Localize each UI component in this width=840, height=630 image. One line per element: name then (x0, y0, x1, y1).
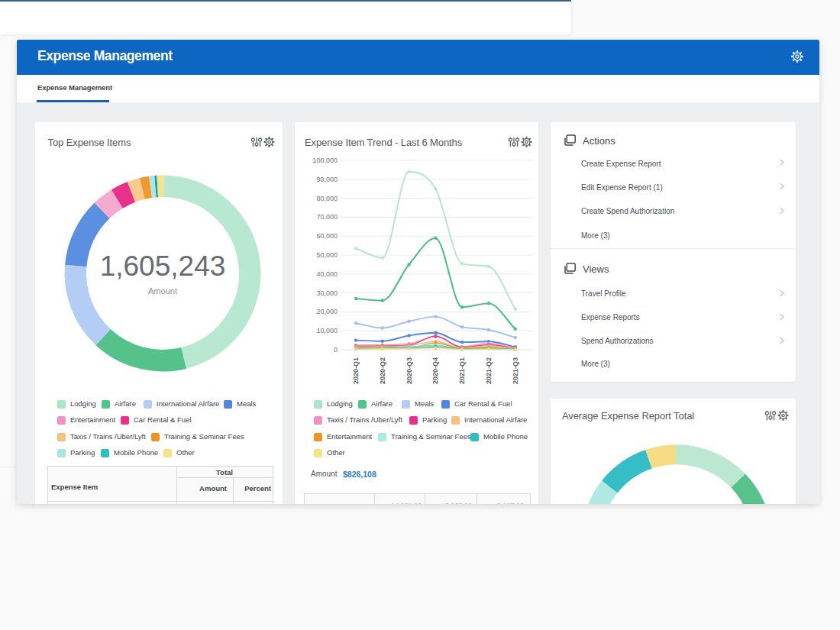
svg-text:2020-Q3: 2020-Q3 (405, 357, 413, 384)
svg-text:2020-Q2: 2020-Q2 (379, 357, 386, 384)
svg-text:70,000: 70,000 (316, 213, 338, 221)
svg-text:50,000: 50,000 (316, 251, 338, 259)
svg-text:20,000: 20,000 (316, 308, 338, 315)
svg-text:2020-Q4: 2020-Q4 (431, 357, 439, 384)
svg-text:2021-Q2: 2021-Q2 (485, 357, 493, 384)
svg-text:60,000: 60,000 (316, 232, 338, 240)
svg-text:100,000: 100,000 (312, 157, 338, 164)
svg-text:2021-Q3: 2021-Q3 (512, 357, 519, 384)
svg-text:10,000: 10,000 (316, 327, 338, 334)
svg-text:90,000: 90,000 (316, 176, 338, 183)
svg-text:40,000: 40,000 (316, 270, 338, 278)
svg-text:2021-Q1: 2021-Q1 (458, 357, 466, 384)
svg-text:80,000: 80,000 (316, 195, 338, 202)
svg-text:2020-Q1: 2020-Q1 (352, 357, 360, 384)
svg-text:0: 0 (334, 346, 338, 354)
svg-text:30,000: 30,000 (316, 289, 338, 297)
